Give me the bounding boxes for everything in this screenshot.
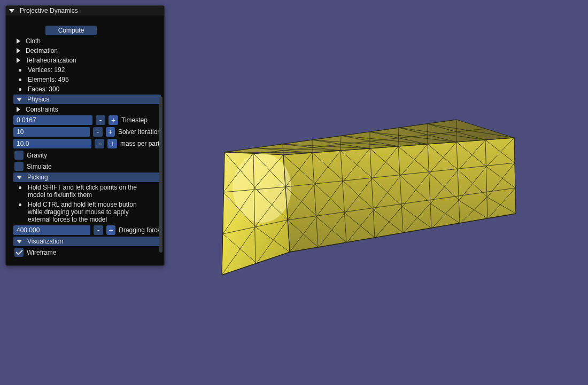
decrement-button[interactable]: -	[94, 225, 103, 235]
solver-iter-input[interactable]: 10	[13, 127, 90, 137]
bullet-icon	[19, 186, 21, 189]
chevron-down-icon	[17, 240, 22, 243]
truncated-row	[6, 15, 164, 25]
chevron-down-icon	[17, 98, 22, 101]
field-label: mass per parti	[120, 140, 161, 147]
bullet-icon	[19, 203, 21, 206]
tree-label: Decimation	[26, 47, 58, 54]
compute-row: Compute	[6, 25, 164, 36]
decrement-button[interactable]: -	[96, 115, 105, 125]
field-label: Wireframe	[27, 249, 56, 256]
svg-point-3	[233, 153, 291, 223]
chevron-right-icon	[17, 58, 20, 63]
tree-item-cloth[interactable]: Cloth	[6, 36, 164, 46]
timestep-input[interactable]: 0.0167	[13, 115, 92, 125]
gravity-checkbox[interactable]	[14, 151, 24, 160]
increment-button[interactable]: +	[106, 127, 115, 137]
drag-force-row: 400.000 - + Dragging force	[6, 224, 164, 236]
field-label: Dragging force	[119, 226, 161, 234]
compute-button[interactable]: Compute	[45, 26, 97, 35]
section-label: Physics	[27, 96, 49, 103]
stat-label: Vertices: 192	[28, 66, 65, 74]
mass-row: 10.0 - + mass per parti	[6, 138, 164, 150]
field-label: Gravity	[27, 152, 47, 159]
simulate-row: Simulate	[6, 161, 164, 172]
section-picking[interactable]: Picking	[13, 172, 161, 182]
tree-label: Constraints	[26, 106, 58, 113]
panel-title: Projective Dynamics	[20, 7, 78, 14]
tree-label: Tetrahedralization	[26, 57, 76, 64]
help-text: Hold CTRL and hold left mouse button whi…	[28, 201, 140, 223]
section-label: Picking	[27, 174, 48, 181]
timestep-row: 0.0167 - + Timestep	[6, 114, 164, 126]
tree-label: Cloth	[26, 37, 41, 45]
stat-label: Elements: 495	[28, 76, 69, 83]
increment-button[interactable]: +	[109, 115, 118, 125]
solver-iter-row: 10 - + Solver iteration	[6, 126, 164, 138]
help-row-2: Hold CTRL and hold left mouse button whi…	[6, 200, 164, 224]
stat-elements: Elements: 495	[6, 75, 164, 84]
bullet-icon	[19, 69, 21, 72]
stat-faces: Faces: 300	[6, 84, 164, 94]
stat-vertices: Vertices: 192	[6, 65, 164, 75]
bullet-icon	[19, 78, 21, 81]
scrollbar[interactable]	[159, 97, 163, 253]
chevron-down-icon	[17, 176, 22, 179]
chevron-down-icon	[9, 9, 14, 13]
gravity-row: Gravity	[6, 150, 164, 161]
chevron-right-icon	[17, 107, 20, 112]
simulate-checkbox[interactable]	[14, 162, 24, 171]
increment-button[interactable]: +	[106, 225, 116, 235]
tree-item-tet[interactable]: Tetrahedralization	[6, 56, 164, 65]
increment-button[interactable]: +	[107, 139, 117, 148]
chevron-right-icon	[17, 38, 20, 44]
mass-input[interactable]: 10.0	[13, 139, 91, 148]
field-label: Solver iteration	[118, 128, 161, 136]
drag-force-input[interactable]: 400.000	[13, 225, 90, 235]
wireframe-checkbox[interactable]	[14, 248, 24, 257]
chevron-right-icon	[17, 48, 20, 53]
section-visualization[interactable]: Visualization	[13, 237, 161, 246]
panel-title-row[interactable]: Projective Dynamics	[6, 6, 164, 15]
decrement-button[interactable]: -	[93, 127, 102, 137]
help-row-1: Hold SHIFT and left click points on the …	[6, 183, 164, 200]
svg-marker-1	[283, 138, 516, 252]
section-physics[interactable]: Physics	[13, 95, 161, 104]
section-label: Visualization	[27, 238, 63, 245]
tree-item-decimation[interactable]: Decimation	[6, 46, 164, 56]
field-label: Timestep	[121, 116, 148, 124]
decrement-button[interactable]: -	[95, 139, 104, 148]
bullet-icon	[19, 88, 21, 91]
tree-item-constraints[interactable]: Constraints	[6, 105, 164, 114]
wireframe-row: Wireframe	[6, 247, 164, 258]
field-label: Simulate	[27, 163, 52, 170]
settings-panel: Projective Dynamics Compute Cloth Decima…	[5, 5, 165, 266]
stat-label: Faces: 300	[28, 85, 59, 93]
help-text: Hold SHIFT and left click points on the …	[28, 184, 140, 199]
